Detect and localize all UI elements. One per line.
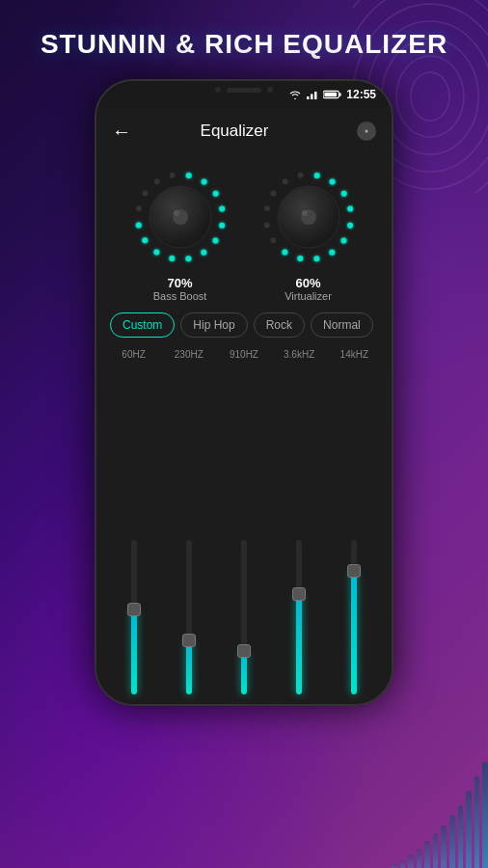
svg-rect-9 <box>314 92 317 99</box>
slider-fill-3k6hz <box>296 594 302 694</box>
svg-point-24 <box>185 256 191 261</box>
bottom-decoration-bar <box>449 815 455 868</box>
svg-point-0 <box>411 72 449 121</box>
svg-point-26 <box>153 250 159 256</box>
eq-label-60hz: 60HZ <box>113 349 155 360</box>
phone-sensors <box>215 87 273 93</box>
eq-slider-3k6hz[interactable] <box>278 367 320 694</box>
svg-point-46 <box>270 237 276 243</box>
bottom-decoration-bar <box>474 776 480 868</box>
svg-point-32 <box>169 173 175 178</box>
svg-point-41 <box>340 238 346 244</box>
svg-point-50 <box>282 178 287 184</box>
svg-point-25 <box>169 256 175 261</box>
svg-point-51 <box>297 173 303 178</box>
svg-rect-7 <box>307 96 310 99</box>
slider-track-3k6hz <box>296 540 302 694</box>
svg-point-16 <box>174 210 179 216</box>
knobs-area: 70%Bass Boost 60%Virtualizer <box>96 154 392 307</box>
svg-point-49 <box>270 190 276 196</box>
slider-track-14khz <box>351 540 357 694</box>
knob-bass-boost[interactable]: 70%Bass Boost <box>127 164 233 302</box>
svg-rect-8 <box>311 95 313 100</box>
wifi-icon <box>288 89 302 100</box>
knob-percent-virtualizer: 60% <box>285 276 332 290</box>
bottom-decoration-bar <box>482 762 488 868</box>
svg-point-37 <box>329 179 335 185</box>
screen-title: Equalizer <box>141 122 328 141</box>
status-time: 12:55 <box>346 88 376 101</box>
bottom-decoration-bar <box>417 849 422 868</box>
presets-area: CustomHip HopRockNormal <box>96 307 392 343</box>
svg-point-39 <box>347 206 353 212</box>
svg-point-23 <box>201 250 206 256</box>
svg-point-27 <box>142 237 148 243</box>
slider-fill-60hz <box>131 610 137 694</box>
eq-label-910hz: 910HZ <box>223 349 265 360</box>
slider-track-230hz <box>186 540 192 694</box>
bottom-decoration-bar <box>433 833 439 868</box>
eq-slider-60hz[interactable] <box>113 367 155 694</box>
eq-slider-910hz[interactable] <box>223 367 265 694</box>
svg-point-18 <box>201 179 206 185</box>
svg-point-22 <box>212 238 218 244</box>
preset-normal[interactable]: Normal <box>311 312 373 338</box>
svg-point-21 <box>219 223 225 229</box>
preset-rock[interactable]: Rock <box>254 312 305 338</box>
svg-rect-11 <box>339 93 341 96</box>
knob-label-bass-boost: 70%Bass Boost <box>153 276 207 302</box>
screen: ← Equalizer 70%Bass Boost <box>96 108 392 704</box>
more-button[interactable] <box>357 122 376 141</box>
bottom-decoration-bar <box>408 854 414 868</box>
bottom-decoration-bar <box>458 805 464 868</box>
svg-point-45 <box>282 250 287 256</box>
bottom-decoration-bar <box>466 791 472 868</box>
slider-track-910hz <box>241 540 247 694</box>
bottom-decoration-bar <box>400 860 406 868</box>
bottom-decoration-bar <box>424 841 430 868</box>
slider-thumb-14khz[interactable] <box>347 564 361 578</box>
eq-slider-230hz[interactable] <box>168 367 210 694</box>
svg-point-1 <box>396 56 464 137</box>
slider-thumb-60hz[interactable] <box>127 603 141 616</box>
svg-point-29 <box>135 205 141 211</box>
bottom-decoration-bar <box>441 826 447 868</box>
eq-labels: 60HZ230HZ910HZ3.6kHZ14kHZ <box>106 349 382 360</box>
slider-thumb-910hz[interactable] <box>237 644 251 658</box>
phone-frame: 12:55 ← Equalizer <box>95 79 393 706</box>
slider-thumb-3k6hz[interactable] <box>292 587 306 601</box>
svg-point-13 <box>366 130 368 133</box>
svg-point-44 <box>297 256 303 261</box>
preset-hiphop[interactable]: Hip Hop <box>180 312 247 338</box>
svg-point-43 <box>313 256 319 261</box>
svg-point-42 <box>329 250 335 256</box>
knob-virtualizer[interactable]: 60%Virtualizer <box>256 164 362 302</box>
eq-area: 60HZ230HZ910HZ3.6kHZ14kHZ <box>96 343 392 704</box>
signal-icon <box>306 89 319 100</box>
svg-point-48 <box>263 205 269 211</box>
preset-custom[interactable]: Custom <box>110 312 175 338</box>
svg-rect-12 <box>325 93 338 97</box>
svg-point-31 <box>153 178 159 184</box>
knob-label-virtualizer: 60%Virtualizer <box>285 276 332 302</box>
svg-point-17 <box>185 173 191 178</box>
page-title: STUNNIN & RICH EQUALIZER <box>41 29 447 60</box>
slider-fill-230hz <box>186 640 192 694</box>
eq-slider-14khz[interactable] <box>333 367 375 694</box>
svg-point-47 <box>263 222 269 228</box>
eq-sliders[interactable] <box>106 367 382 694</box>
svg-point-40 <box>347 223 353 229</box>
svg-point-35 <box>302 210 308 216</box>
bottom-decoration-bar <box>392 864 397 868</box>
slider-thumb-230hz[interactable] <box>182 634 196 647</box>
svg-point-19 <box>212 191 218 197</box>
eq-label-14khz: 14kHZ <box>333 349 375 360</box>
more-icon <box>362 126 371 136</box>
bottom-decoration <box>392 752 488 868</box>
eq-label-3k6hz: 3.6kHZ <box>278 349 320 360</box>
svg-point-20 <box>219 206 225 212</box>
battery-icon <box>323 89 342 100</box>
knob-percent-bass-boost: 70% <box>153 276 207 290</box>
back-button[interactable]: ← <box>112 121 131 143</box>
eq-label-230hz: 230HZ <box>168 349 210 360</box>
